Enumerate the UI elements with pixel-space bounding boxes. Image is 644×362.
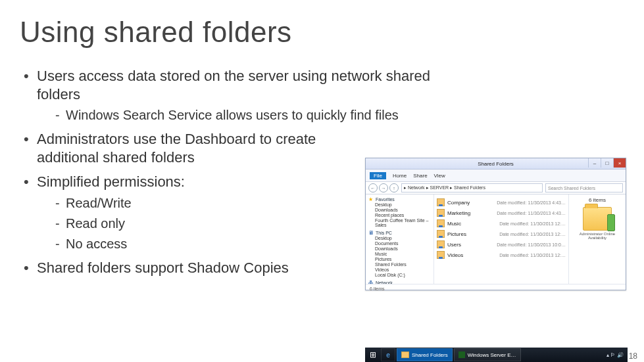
item-name: Company <box>447 200 470 206</box>
nav-up-button[interactable]: ↑ <box>389 183 399 192</box>
tree-this-pc[interactable]: This PC <box>376 231 392 235</box>
item-meta: Date modified: 11/30/2013 4:43… <box>497 211 566 215</box>
network-icon: 🖧 <box>368 280 374 284</box>
details-pane: 6 items Administrator Online Availabilit… <box>568 194 626 284</box>
tree-item[interactable]: Documents <box>368 241 431 246</box>
ribbon-tab-file[interactable]: File <box>370 172 386 179</box>
item-meta: Date modified: 11/30/2013 12:… <box>499 232 566 237</box>
nav-buttons: ← → ↑ <box>368 183 399 192</box>
taskbar[interactable]: ⊞ e Shared Folders Windows Server E… ▴ 🏳… <box>365 348 628 362</box>
folder-icon <box>401 351 409 358</box>
search-input[interactable]: Search Shared Folders <box>545 183 623 192</box>
app-icon <box>458 351 465 358</box>
ribbon-tab-share[interactable]: Share <box>413 173 427 179</box>
details-caption-2: Availability <box>572 236 623 240</box>
item-name: Music <box>447 221 461 227</box>
shared-folder-icon <box>437 240 445 248</box>
shared-folder-icon <box>437 230 445 238</box>
tree-item[interactable]: Music <box>368 252 431 256</box>
item-meta: Date modified: 11/30/2013 12:… <box>499 253 566 258</box>
bullet-1-text: Users access data stored on the server u… <box>37 68 430 102</box>
ie-button[interactable]: e <box>381 348 395 361</box>
folder-large-icon <box>583 207 612 231</box>
taskbar-item-shared-folders[interactable]: Shared Folders <box>397 348 453 361</box>
taskbar-item-label: Windows Server E… <box>468 352 516 358</box>
bullet-2-text: Administrators use the Dashboard to crea… <box>37 131 316 166</box>
ribbon: File Home Share View <box>366 170 626 182</box>
tree-item[interactable]: Recent places <box>368 213 431 217</box>
list-item[interactable]: Company Date modified: 11/30/2013 4:43… <box>437 197 566 208</box>
shared-folder-icon <box>437 198 445 206</box>
tree-item[interactable]: Downloads <box>368 208 431 212</box>
tree-item[interactable]: Desktop <box>368 202 431 207</box>
item-name: Marketing <box>447 210 470 216</box>
file-explorer-window[interactable]: Shared Folders – □ × File Home Share Vie… <box>365 158 626 290</box>
slide-title: Using shared folders <box>20 16 624 49</box>
ribbon-tab-view[interactable]: View <box>434 173 445 179</box>
list-item[interactable]: Music Date modified: 11/30/2013 12:… <box>437 218 566 229</box>
list-item[interactable]: Users Date modified: 11/30/2013 10:0… <box>437 239 566 250</box>
item-name: Videos <box>447 252 463 258</box>
file-list[interactable]: Company Date modified: 11/30/2013 4:43… … <box>434 194 568 284</box>
status-indicator-icon <box>607 214 615 231</box>
maximize-button[interactable]: □ <box>601 158 613 168</box>
nav-back-button[interactable]: ← <box>368 183 378 192</box>
ribbon-tab-home[interactable]: Home <box>393 173 407 179</box>
slide: Using shared folders Users access data s… <box>0 0 644 362</box>
tree-favorites[interactable]: Favorites <box>376 197 395 202</box>
details-count: 6 items <box>572 197 623 203</box>
bullet-3-text: Simplified permissions: <box>37 173 185 190</box>
bullet-2: Administrators use the Dashboard to crea… <box>20 130 346 166</box>
tree-network[interactable]: Network <box>376 281 393 284</box>
tree-item[interactable]: Desktop <box>368 236 431 240</box>
bullet-1: Users access data stored on the server u… <box>20 67 441 124</box>
bullet-3-sub-3: No access <box>37 236 346 252</box>
item-meta: Date modified: 11/30/2013 4:43… <box>497 200 566 205</box>
close-button[interactable]: × <box>613 158 626 168</box>
address-bar[interactable]: ▸ Network ▸ SERVER ▸ Shared Folders <box>401 183 543 192</box>
list-item[interactable]: Marketing Date modified: 11/30/2013 4:43… <box>437 208 566 218</box>
taskbar-item-server-essentials[interactable]: Windows Server E… <box>454 348 521 361</box>
favorites-icon: ★ <box>368 196 374 202</box>
explorer-body: ★Favorites Desktop Downloads Recent plac… <box>366 194 626 284</box>
shared-folder-icon <box>437 209 445 217</box>
this-pc-icon: 🖥 <box>368 230 374 235</box>
bullet-3-sub-2: Read only <box>37 215 346 232</box>
tree-item[interactable]: Pictures <box>368 257 431 261</box>
tree-item[interactable]: Videos <box>368 267 431 272</box>
navigation-pane[interactable]: ★Favorites Desktop Downloads Recent plac… <box>366 194 434 284</box>
shared-folder-icon <box>437 251 445 259</box>
item-name: Users <box>447 242 461 248</box>
bullet-1-sub-1: Windows Search Service allows users to q… <box>37 107 441 124</box>
tree-item[interactable]: Shared Folders <box>368 262 431 267</box>
system-tray[interactable]: ▴ 🏳 🔊 <box>607 352 626 358</box>
nav-forward-button[interactable]: → <box>379 183 388 192</box>
bullet-3-sub-1: Read/Write <box>37 195 346 212</box>
list-item[interactable]: Pictures Date modified: 11/30/2013 12:… <box>437 229 566 239</box>
window-titlebar[interactable]: Shared Folders – □ × <box>366 158 626 170</box>
item-meta: Date modified: 11/30/2013 12:… <box>499 221 566 226</box>
window-buttons: – □ × <box>588 158 626 168</box>
page-number: 18 <box>629 351 637 361</box>
bullet-4-text: Shared folders support Shadow Copies <box>37 260 289 276</box>
tree-item[interactable]: Local Disk (C:) <box>368 273 431 277</box>
tree-item[interactable]: Fourth Coffee Team Site – Sales <box>368 218 431 227</box>
item-meta: Date modified: 11/30/2013 10:0… <box>497 242 566 247</box>
bullet-3: Simplified permissions: Read/Write Read … <box>20 173 346 252</box>
minimize-button[interactable]: – <box>588 158 601 168</box>
item-name: Pictures <box>447 231 466 237</box>
window-title: Shared Folders <box>478 161 514 167</box>
tree-item[interactable]: Downloads <box>368 246 431 251</box>
list-item[interactable]: Videos Date modified: 11/30/2013 12:… <box>437 250 566 260</box>
shared-folder-icon <box>437 219 445 227</box>
status-bar: 6 items <box>366 284 626 292</box>
taskbar-item-label: Shared Folders <box>412 352 448 358</box>
start-button[interactable]: ⊞ <box>366 349 380 361</box>
address-bar-row: ← → ↑ ▸ Network ▸ SERVER ▸ Shared Folder… <box>366 182 626 194</box>
